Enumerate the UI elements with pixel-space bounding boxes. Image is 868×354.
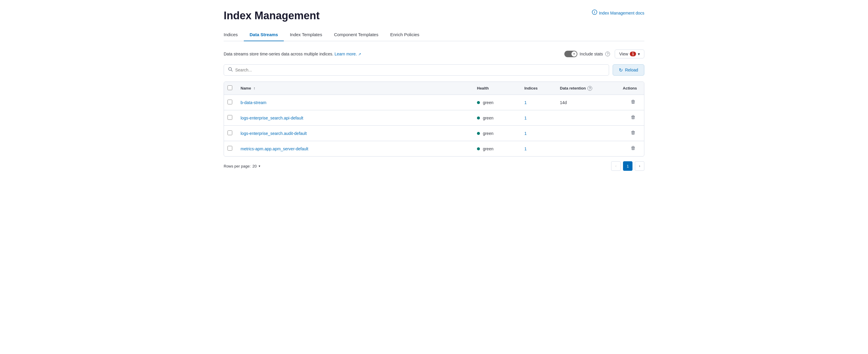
health-label-0: green (483, 100, 494, 105)
pagination-controls: ‹ 1 › (611, 161, 644, 171)
svg-rect-5 (632, 100, 634, 100)
tab-data-streams[interactable]: Data Streams (244, 29, 284, 41)
th-name[interactable]: Name ↑ (236, 82, 472, 95)
indices-count-link-1[interactable]: 1 (524, 116, 527, 120)
table-container: Name ↑ Health Indices Data retention ? (224, 82, 644, 156)
view-badge: 1 (630, 52, 636, 56)
row-checkbox-3[interactable] (227, 146, 232, 151)
external-link-icon: ↗ (358, 52, 361, 56)
health-label-2: green (483, 131, 494, 136)
health-dot-1 (477, 117, 480, 119)
row-retention-cell: 14d (555, 95, 614, 110)
pagination-next-button[interactable]: › (635, 161, 644, 171)
page-title: Index Management (224, 9, 320, 22)
row-indices-cell: 1 (520, 110, 555, 126)
view-chevron-icon: ▾ (638, 52, 640, 56)
docs-link[interactable]: i Index Management docs (592, 9, 644, 16)
table-row: logs-enterprise_search.api-default green… (224, 110, 644, 126)
th-indices[interactable]: Indices (520, 82, 555, 95)
row-checkbox-cell (224, 110, 236, 126)
stream-name-link-0[interactable]: b-data-stream (241, 100, 266, 105)
include-stats-help-icon[interactable]: ? (605, 52, 610, 56)
controls-right: ✕ Include stats ? View 1 ▾ (564, 50, 644, 58)
search-reload-row: ↻ Reload (224, 64, 644, 76)
indices-count-link-2[interactable]: 1 (524, 131, 527, 136)
search-icon (228, 67, 233, 73)
table-header-row: Name ↑ Health Indices Data retention ? (224, 82, 644, 95)
row-checkbox-cell (224, 95, 236, 110)
pagination-prev-button[interactable]: ‹ (611, 161, 621, 171)
row-name-cell: b-data-stream (236, 95, 472, 110)
rows-per-page-chevron: ▾ (259, 164, 260, 168)
row-health-cell: green (472, 110, 520, 126)
learn-more-link[interactable]: Learn more. ↗ (335, 52, 361, 56)
tabs-row: Indices Data Streams Index Templates Com… (224, 29, 644, 41)
delete-button-0[interactable] (629, 98, 637, 107)
svg-text:i: i (594, 11, 595, 14)
pagination-page-1[interactable]: 1 (623, 161, 632, 171)
header-row: Index Management i Index Management docs (224, 9, 644, 22)
view-button-label: View (619, 52, 628, 56)
health-label-1: green (483, 116, 494, 120)
row-health-cell: green (472, 95, 520, 110)
row-actions-cell (614, 126, 644, 141)
data-retention-help-icon[interactable]: ? (587, 86, 592, 91)
delete-button-1[interactable] (629, 114, 637, 122)
pagination-row: Rows per page: 20 ▾ ‹ 1 › (224, 156, 644, 171)
search-box (224, 64, 609, 76)
prev-icon: ‹ (615, 164, 617, 168)
indices-count-link-0[interactable]: 1 (524, 100, 527, 105)
svg-rect-10 (632, 115, 634, 116)
svg-line-3 (231, 70, 232, 71)
health-dot-3 (477, 147, 480, 150)
tab-index-templates[interactable]: Index Templates (284, 29, 328, 41)
reload-icon: ↻ (619, 67, 623, 73)
delete-button-3[interactable] (629, 145, 637, 153)
health-dot-0 (477, 101, 480, 104)
th-name-sort[interactable]: Name ↑ (241, 86, 467, 90)
row-checkbox-cell (224, 126, 236, 141)
table-row: b-data-stream green 1 14d (224, 95, 644, 110)
docs-link-label: Index Management docs (599, 11, 644, 16)
row-health-cell: green (472, 141, 520, 156)
health-dot-2 (477, 132, 480, 135)
rows-per-page[interactable]: Rows per page: 20 ▾ (224, 164, 260, 168)
th-data-retention[interactable]: Data retention ? (555, 82, 614, 95)
select-all-checkbox[interactable] (227, 85, 232, 90)
row-health-cell: green (472, 126, 520, 141)
table-body: b-data-stream green 1 14d (224, 95, 644, 156)
info-description: Data streams store time-series data acro… (224, 52, 361, 56)
row-checkbox-2[interactable] (227, 130, 232, 135)
stream-name-link-1[interactable]: logs-enterprise_search.api-default (241, 116, 303, 120)
row-indices-cell: 1 (520, 141, 555, 156)
indices-count-link-3[interactable]: 1 (524, 146, 527, 151)
health-label-3: green (483, 146, 494, 151)
row-name-cell: metrics-apm.app.apm_server-default (236, 141, 472, 156)
search-input[interactable] (235, 68, 604, 72)
delete-button-2[interactable] (629, 129, 637, 138)
stream-name-link-2[interactable]: logs-enterprise_search.audit-default (241, 131, 307, 136)
th-health[interactable]: Health (472, 82, 520, 95)
page-1-label: 1 (626, 164, 629, 168)
rows-per-page-value: 20 (252, 164, 256, 168)
include-stats-toggle[interactable]: ✕ (564, 51, 578, 57)
rows-per-page-label: Rows per page: (224, 164, 251, 168)
row-checkbox-0[interactable] (227, 99, 232, 105)
reload-button[interactable]: ↻ Reload (613, 64, 644, 76)
page-container: Index Management i Index Management docs… (212, 0, 656, 183)
view-button[interactable]: View 1 ▾ (615, 50, 644, 58)
row-actions-cell (614, 95, 644, 110)
row-checkbox-1[interactable] (227, 115, 232, 120)
row-retention-cell (555, 110, 614, 126)
tab-component-templates[interactable]: Component Templates (328, 29, 384, 41)
tab-indices[interactable]: Indices (224, 29, 244, 41)
name-sort-icon: ↑ (253, 86, 255, 90)
th-data-retention-with-help: Data retention ? (560, 86, 610, 91)
row-retention-cell (555, 126, 614, 141)
include-stats-label: Include stats (580, 52, 603, 56)
docs-link-icon: i (592, 9, 597, 16)
toggle-knob: ✕ (571, 51, 577, 57)
tab-enrich-policies[interactable]: Enrich Policies (384, 29, 425, 41)
table-row: metrics-apm.app.apm_server-default green… (224, 141, 644, 156)
stream-name-link-3[interactable]: metrics-apm.app.apm_server-default (241, 146, 308, 151)
